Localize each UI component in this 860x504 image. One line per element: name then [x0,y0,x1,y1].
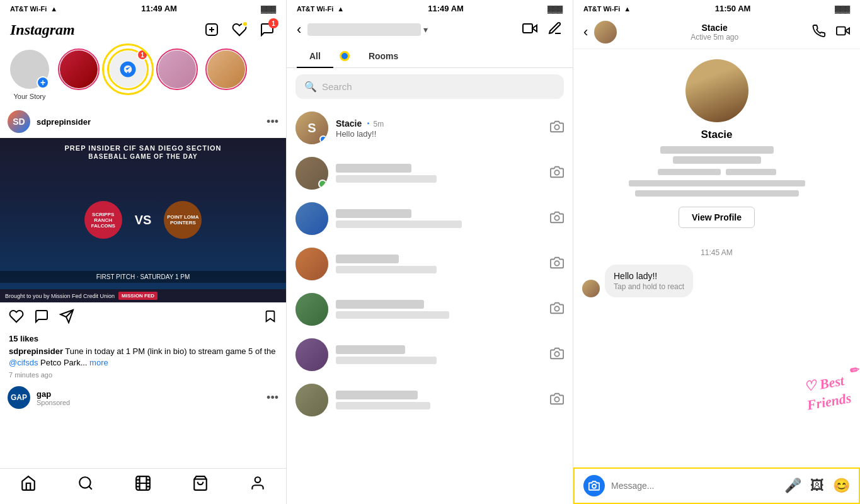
blurred-content-5 [336,345,542,364]
messenger-story-item[interactable]: 1 [107,49,149,100]
phone-icon[interactable] [812,24,826,40]
story-inner-1 [60,50,98,88]
video-call-icon[interactable] [522,21,537,38]
svg-line-6 [89,486,92,490]
post-image-caption: PREP INSIDER CIF SAN DIEGO SECTION BASEB… [0,144,286,160]
search-icon: 🔍 [304,81,317,93]
your-story[interactable]: + Your Story [9,49,50,100]
sponsor-text: Brought to you by Mission Fed Credit Uni… [5,293,115,299]
camera-icon-6[interactable] [550,392,564,409]
blur-line-6 [635,190,799,197]
story-inner-3 [207,50,245,88]
blurred-name-2 [336,209,411,218]
your-story-avatar-wrap: + [9,49,50,90]
search-nav-button[interactable] [77,475,94,495]
search-bar[interactable]: 🔍 Search [295,74,564,99]
stacie-time: 5m [373,120,384,129]
home-nav-button[interactable] [20,475,37,495]
story-item-1[interactable] [58,49,100,100]
view-profile-button[interactable]: View Profile [679,207,755,228]
tab-dot-annotation [333,45,356,67]
post-avatar: SD [8,110,30,133]
camera-icon-4[interactable] [550,301,564,318]
chat-bubble-text: Hello lady!! [614,271,684,281]
save-button[interactable] [263,309,277,327]
conversation-blurred-2[interactable] [287,196,573,241]
profile-nav-button[interactable] [249,475,266,495]
blurred-preview-4 [336,311,449,319]
story-inner-2 [158,50,196,88]
more-link[interactable]: more [89,358,108,367]
svg-marker-19 [846,28,849,33]
messages-header: ‹ ▾ [287,17,573,45]
blurred-preview-3 [336,266,437,273]
blurred-content-1 [336,164,542,183]
chat-sender-avatar [582,280,600,297]
gap-more-button[interactable]: ••• [267,391,278,404]
message-input[interactable] [611,481,778,491]
story-item-3[interactable] [205,49,247,100]
svg-point-14 [554,215,559,220]
stacie-name: Stacie · 5m [336,118,542,129]
conversation-blurred-3[interactable] [287,241,573,287]
chat-panel: AT&T Wi-Fi ▲ 11:50 AM ▓▓▓ ‹ Stacie Activ… [573,0,860,504]
gap-sponsored: Sponsored [37,399,70,406]
new-post-button[interactable] [203,21,221,38]
blurred-avatar-5 [295,338,328,371]
video-icon[interactable] [836,24,850,40]
blurred-content-2 [336,209,542,228]
likes-button[interactable] [231,21,248,38]
add-story-button[interactable]: + [37,76,49,89]
camera-icon-stacie[interactable] [550,120,564,137]
blur-line-3 [658,169,721,175]
camera-icon-3[interactable] [550,256,564,273]
gap-info: gap Sponsored [37,389,70,406]
feed-header: Instagram 1 [0,17,286,43]
tab-all[interactable]: All [297,45,333,67]
chat-status-bar: AT&T Wi-Fi ▲ 11:50 AM ▓▓▓ [573,0,860,17]
camera-icon-1[interactable] [550,165,564,182]
compose-icon[interactable] [548,21,563,38]
comment-button[interactable] [34,309,49,328]
header-icons: 1 [203,21,276,38]
messages-username-blurred [307,23,421,36]
conversation-blurred-5[interactable] [287,332,573,377]
status-time: 11:49 AM [141,4,177,13]
stacie-message-content: Stacie · 5m Hello lady!! [336,118,542,139]
battery-icon: ▓▓▓ [261,5,276,13]
chat-camera-button[interactable] [583,475,605,496]
blur-line-4 [726,169,776,175]
tab-rooms[interactable]: Rooms [356,45,411,67]
your-story-label: Your Story [14,93,46,100]
messages-back-button[interactable]: ‹ [297,21,301,38]
chat-profile-avatar-img [685,59,748,122]
conversation-stacie[interactable]: S Stacie · 5m Hello lady!! [287,105,573,151]
sticker-icon[interactable]: 😊 [833,478,850,494]
blurred-avatar-6 [295,384,328,416]
microphone-icon[interactable]: 🎤 [784,478,801,494]
like-button[interactable] [9,309,24,328]
post-username: sdprepinsider [37,117,91,127]
camera-icon-5[interactable] [550,346,564,364]
messenger-button[interactable]: 1 [258,21,276,38]
shop-nav-button[interactable] [192,475,209,495]
post-header: SD sdprepinsider ••• [0,105,286,138]
stacie-avatar: S [295,112,328,144]
gallery-icon[interactable]: 🖼 [810,478,824,494]
conversation-blurred-6[interactable] [287,377,573,423]
reels-nav-button[interactable] [135,475,151,495]
post-more-button[interactable]: ••• [267,115,278,129]
chat-bubble-sub: Tap and hold to react [614,282,684,291]
post-teams: SCRIPPS RANCH FALCONS VS POINT LOMA POIN… [84,201,202,239]
search-input[interactable]: Search [322,81,555,92]
chat-back-button[interactable]: ‹ [583,24,588,40]
chat-profile-avatar [685,59,748,122]
share-button[interactable] [59,309,74,328]
caption-hashtag[interactable]: @cifsds [9,358,38,367]
team1-name: SCRIPPS RANCH FALCONS [87,212,120,229]
conversation-blurred-1[interactable] [287,151,573,196]
chat-timestamp: 11:45 AM [582,248,851,257]
conversation-blurred-4[interactable] [287,287,573,332]
camera-icon-2[interactable] [550,210,564,227]
story-item-2[interactable] [156,49,198,100]
